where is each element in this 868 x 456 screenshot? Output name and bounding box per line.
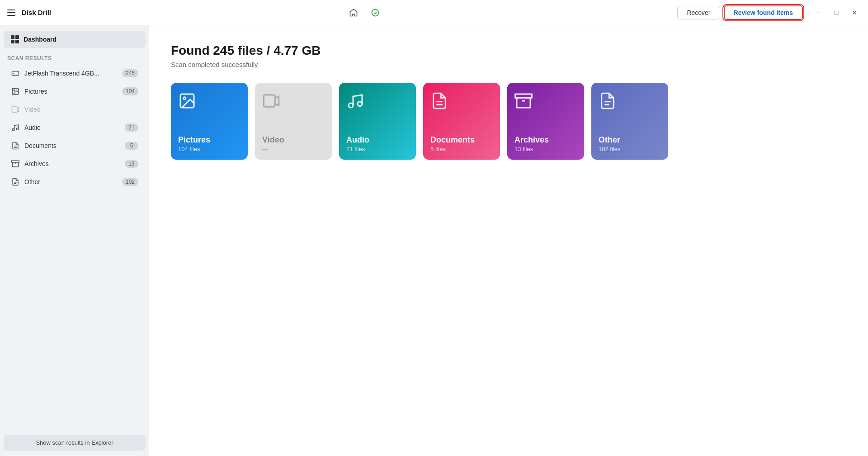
sidebar-item-documents-count: 5 (125, 142, 138, 150)
main-content: Found 245 files / 4.77 GB Scan completed… (149, 25, 868, 456)
svg-rect-10 (12, 161, 19, 162)
svg-point-18 (358, 102, 362, 106)
video-card-icon (262, 92, 325, 114)
sidebar-item-documents-label: Documents (24, 142, 120, 149)
pictures-card-count: 104 files (178, 146, 241, 152)
sidebar-item-jetflash[interactable]: JetFlash Transcend 4GB... 245 (4, 65, 146, 82)
review-found-items-button[interactable]: Review found items (724, 5, 803, 20)
svg-point-7 (16, 128, 19, 130)
archives-card-icon (514, 92, 577, 114)
sidebar-item-archives[interactable]: Archives 13 (4, 155, 146, 172)
category-card-documents[interactable]: Documents 5 files (423, 83, 500, 160)
minimize-button[interactable]: − (810, 5, 826, 21)
sidebar-item-jetflash-count: 245 (122, 69, 138, 77)
other-card-name: Other (599, 135, 661, 145)
app-title: Disk Drill (22, 9, 51, 16)
pictures-icon (11, 87, 20, 96)
title-bar-nav (346, 5, 382, 20)
other-icon (11, 177, 20, 186)
category-card-audio[interactable]: Audio 21 files (339, 83, 416, 160)
video-card-count: — (262, 146, 325, 152)
sidebar-item-pictures-count: 104 (122, 87, 138, 95)
title-bar-left: Disk Drill (5, 8, 51, 18)
maximize-button[interactable]: □ (828, 5, 844, 21)
svg-point-17 (349, 103, 353, 108)
archives-card-count: 13 files (514, 146, 577, 152)
sidebar-item-audio-label: Audio (24, 124, 120, 131)
svg-point-6 (12, 128, 14, 131)
found-title: Found 245 files / 4.77 GB (171, 43, 846, 58)
sidebar-footer: Show scan results in Explorer (0, 429, 149, 456)
home-icon[interactable] (346, 5, 361, 20)
drive-icon (11, 69, 20, 78)
close-button[interactable]: ✕ (846, 5, 863, 21)
audio-icon (11, 123, 20, 132)
sidebar-item-other-count: 102 (122, 178, 138, 186)
title-bar-actions: Recover Review found items − □ ✕ (677, 5, 863, 21)
audio-card-count: 21 files (346, 146, 409, 152)
archives-card-name: Archives (514, 135, 577, 145)
category-cards-grid: Pictures 104 files Video — (171, 83, 846, 160)
checkmark-icon[interactable] (368, 5, 382, 20)
sidebar-item-other[interactable]: Other 102 (4, 173, 146, 190)
sidebar-item-dashboard[interactable]: Dashboard (4, 31, 146, 48)
window-controls: − □ ✕ (810, 5, 863, 21)
sidebar-item-pictures-label: Pictures (24, 88, 118, 95)
category-card-other[interactable]: Other 102 files (591, 83, 668, 160)
scan-status: Scan completed successfully (171, 61, 846, 68)
sidebar-item-audio[interactable]: Audio 21 (4, 119, 146, 136)
category-card-video: Video — (255, 83, 332, 160)
scan-results-label: Scan results (0, 50, 149, 64)
sidebar: Dashboard Scan results JetFlash Transcen… (0, 25, 149, 456)
sidebar-item-video-label: Video (24, 106, 138, 113)
svg-point-0 (372, 9, 378, 16)
svg-rect-16 (264, 95, 275, 107)
sidebar-item-jetflash-label: JetFlash Transcend 4GB... (24, 70, 118, 77)
dashboard-grid-icon (11, 35, 19, 43)
sidebar-item-audio-count: 21 (125, 124, 138, 132)
svg-rect-21 (515, 94, 532, 98)
category-card-archives[interactable]: Archives 13 files (507, 83, 584, 160)
audio-card-icon (346, 92, 409, 114)
documents-card-icon (430, 92, 493, 114)
recover-button[interactable]: Recover (677, 6, 720, 19)
svg-point-4 (14, 90, 14, 90)
sidebar-item-archives-label: Archives (24, 160, 120, 167)
video-icon (11, 105, 20, 114)
sidebar-item-archives-count: 13 (125, 160, 138, 168)
svg-point-15 (184, 97, 186, 100)
sidebar-item-video[interactable]: Video (4, 101, 146, 118)
other-card-count: 102 files (599, 146, 661, 152)
menu-icon[interactable] (5, 8, 17, 18)
archives-icon (11, 159, 20, 168)
sidebar-item-pictures[interactable]: Pictures 104 (4, 83, 146, 100)
svg-rect-5 (12, 107, 17, 112)
other-card-icon (599, 92, 661, 114)
video-card-name: Video (262, 135, 325, 145)
sidebar-item-documents[interactable]: Documents 5 (4, 137, 146, 154)
audio-card-name: Audio (346, 135, 409, 145)
app-body: Dashboard Scan results JetFlash Transcen… (0, 25, 868, 456)
documents-card-name: Documents (430, 135, 493, 145)
show-explorer-button[interactable]: Show scan results in Explorer (4, 435, 146, 451)
documents-card-count: 5 files (430, 146, 493, 152)
category-card-pictures[interactable]: Pictures 104 files (171, 83, 248, 160)
pictures-card-name: Pictures (178, 135, 241, 145)
pictures-card-icon (178, 92, 241, 114)
dashboard-label: Dashboard (24, 36, 57, 43)
documents-icon (11, 141, 20, 150)
sidebar-item-other-label: Other (24, 178, 118, 185)
title-bar: Disk Drill Recover Review found items − … (0, 0, 868, 25)
